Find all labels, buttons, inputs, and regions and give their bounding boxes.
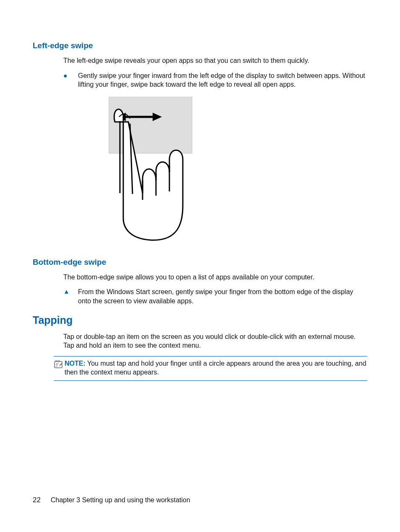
heading-bottom-edge-swipe: Bottom-edge swipe xyxy=(33,258,367,267)
bullet-text: From the Windows Start screen, gently sw… xyxy=(78,287,367,305)
page-content: Left-edge swipe The left-edge swipe reve… xyxy=(0,0,400,381)
note-icon xyxy=(54,359,65,377)
paragraph: The bottom-edge swipe allows you to open… xyxy=(63,273,367,282)
paragraph: The left-edge swipe reveals your open ap… xyxy=(63,56,367,65)
note-callout: NOTE: You must tap and hold your finger … xyxy=(54,356,367,381)
paragraph: Tap or double-tap an item on the screen … xyxy=(63,332,367,350)
note-label: NOTE: xyxy=(65,360,86,367)
swipe-illustration xyxy=(91,97,200,245)
heading-tapping: Tapping xyxy=(33,314,367,326)
svg-rect-0 xyxy=(109,97,192,153)
bullet-text: Gently swipe your finger inward from the… xyxy=(78,71,367,89)
page-footer: 22 Chapter 3 Setting up and using the wo… xyxy=(33,496,190,504)
heading-left-edge-swipe: Left-edge swipe xyxy=(33,41,367,50)
bullet-item: ● Gently swipe your finger inward from t… xyxy=(63,71,367,89)
bullet-item: ▲ From the Windows Start screen, gently … xyxy=(63,287,367,305)
triangle-bullet-icon: ▲ xyxy=(63,287,78,305)
note-text: NOTE: You must tap and hold your finger … xyxy=(65,359,367,377)
page-number: 22 xyxy=(33,496,41,504)
note-body: You must tap and hold your finger until … xyxy=(65,360,366,376)
bullet-dot-icon: ● xyxy=(63,71,78,89)
chapter-label: Chapter 3 Setting up and using the works… xyxy=(51,496,190,504)
